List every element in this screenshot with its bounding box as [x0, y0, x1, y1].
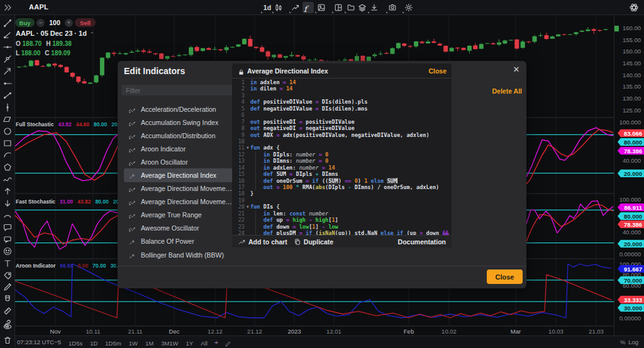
- quantity-decrease-button[interactable]: −: [36, 19, 45, 27]
- range-button-3m1w[interactable]: 3M1W: [161, 340, 178, 347]
- close-x-icon[interactable]: ✕: [512, 65, 521, 74]
- pane-title[interactable]: Full Stochastic: [16, 121, 53, 128]
- arrow-down-icon[interactable]: [3, 198, 13, 209]
- indicator-item[interactable]: Accumulation/Distribution: [124, 129, 233, 142]
- range-button-1w[interactable]: 1W: [129, 340, 138, 347]
- trading-platform: AAPL 1d f Buy − 100 + Sell AAPL · 05 Dec…: [0, 0, 644, 348]
- download-icon[interactable]: [369, 2, 380, 13]
- magnet-icon[interactable]: [3, 294, 13, 304]
- indicator-item[interactable]: Awesome Oscillator: [124, 222, 233, 235]
- polygon-icon[interactable]: [3, 162, 13, 172]
- camera-icon[interactable]: [387, 2, 398, 13]
- curve-icon[interactable]: [3, 174, 13, 184]
- layers-icon[interactable]: [357, 2, 368, 13]
- trend-line-icon[interactable]: [3, 18, 13, 28]
- code-line: 8out negativeDI = negativeDIValue: [232, 125, 452, 131]
- pane-title[interactable]: Fast Stochastic: [16, 198, 55, 205]
- code-editor[interactable]: 1in adxlen = 142in dilen = 1434def posit…: [232, 79, 452, 235]
- range-button-1y[interactable]: 1Y: [186, 340, 194, 347]
- folder-icon[interactable]: [345, 2, 357, 13]
- brush-icon[interactable]: [3, 282, 13, 292]
- info-line-icon[interactable]: [3, 90, 13, 101]
- indicator-item[interactable]: Balance Of Power: [124, 235, 233, 248]
- code-line: 16 def oneOrSum = if ((SUM) == 0) 1 else…: [232, 178, 452, 184]
- low-value: 188.00: [21, 50, 41, 57]
- emoji-icon[interactable]: [3, 246, 13, 256]
- filter-input[interactable]: [121, 85, 233, 95]
- text-icon[interactable]: [3, 258, 13, 268]
- snapshot-image-icon[interactable]: [316, 2, 327, 13]
- gear-icon[interactable]: [403, 2, 414, 13]
- range-button-1d5m[interactable]: 1D5m: [105, 340, 121, 347]
- layout-split-icon[interactable]: [333, 2, 344, 13]
- delete-all-button[interactable]: Delete All: [492, 87, 522, 95]
- documentation-link[interactable]: Documentation: [398, 238, 446, 246]
- arrow-up-icon[interactable]: [3, 186, 13, 196]
- rectangle-icon[interactable]: [3, 138, 13, 148]
- add-range-button[interactable]: +: [214, 339, 218, 346]
- add-to-chart-button[interactable]: Add to chart: [248, 238, 287, 246]
- compare-icon[interactable]: [290, 2, 301, 13]
- indicator-list: Acceleration/DecelerationAccumulation Sw…: [124, 102, 233, 261]
- indicators-fx-icon[interactable]: f: [303, 2, 314, 13]
- script-close-button[interactable]: Close: [428, 67, 447, 75]
- arrow-icon[interactable]: [3, 66, 13, 76]
- top-toolbar: AAPL 1d f: [0, 0, 644, 15]
- code-line: 19: [232, 197, 452, 204]
- script-editor-panel: Average Directional Index Close 1in adxl…: [232, 63, 452, 247]
- pencil-icon[interactable]: [225, 339, 231, 345]
- open-label: O: [16, 40, 21, 47]
- candles-style-icon[interactable]: [273, 2, 284, 13]
- indicator-item[interactable]: Average Directional Moveme…: [124, 182, 233, 195]
- dialog-footer-divider: [118, 266, 526, 266]
- arc-icon[interactable]: [3, 150, 13, 160]
- eye-icon[interactable]: [3, 322, 13, 332]
- horizontal-line-icon[interactable]: [3, 42, 13, 52]
- range-button-all[interactable]: All: [201, 340, 208, 347]
- cross-line-icon[interactable]: [3, 54, 13, 64]
- trash-icon[interactable]: [3, 335, 13, 345]
- price-label-icon[interactable]: [3, 270, 13, 280]
- trend-angle-icon[interactable]: [3, 30, 13, 40]
- symbol-button[interactable]: AAPL: [29, 3, 48, 11]
- indicator-label: Aroon Oscillator: [141, 158, 188, 166]
- indicator-item[interactable]: Acceleration/Deceleration: [124, 102, 233, 116]
- horizontal-ray-icon[interactable]: [3, 79, 13, 89]
- buy-button[interactable]: Buy: [15, 18, 35, 27]
- indicator-item[interactable]: Average Directional Index: [124, 168, 233, 182]
- duplicate-button[interactable]: Duplicate: [304, 238, 333, 246]
- comment-icon[interactable]: [3, 222, 13, 232]
- chevron-up-icon[interactable]: ⌃: [90, 31, 94, 37]
- circle-icon[interactable]: [3, 126, 13, 136]
- indicator-item[interactable]: Bollinger Band Width (BBW): [124, 248, 233, 261]
- measure-icon[interactable]: [3, 306, 13, 316]
- vertical-line-icon[interactable]: [3, 102, 13, 112]
- quantity-increase-button[interactable]: +: [65, 19, 73, 27]
- knot-logo-icon[interactable]: [629, 3, 639, 13]
- chevrons-right-icon[interactable]: [3, 3, 13, 13]
- callout-icon[interactable]: [3, 234, 13, 244]
- range-button-1m[interactable]: 1M: [145, 340, 153, 347]
- indicator-item[interactable]: Aroon Oscillator: [124, 155, 233, 168]
- script-indicator-icon: [128, 251, 136, 259]
- interval-button[interactable]: 1d: [262, 2, 273, 13]
- log-scale-button[interactable]: Log: [628, 339, 638, 345]
- legend-symbol-title[interactable]: AAPL · 05 Dec 23 · 1d: [16, 30, 87, 37]
- range-button-1d[interactable]: 1D: [90, 340, 97, 347]
- code-line: 9out ADX = adx(positiveDIValue, negative…: [232, 132, 452, 138]
- quantity-value[interactable]: 100: [47, 19, 63, 26]
- time-scale[interactable]: Nov10.1121.11Dec12.1221.12202312.01Feb10…: [15, 326, 614, 335]
- range-button-1d5s[interactable]: 1D5s: [69, 340, 82, 347]
- price-scale[interactable]: 160.00155.00150.00145.00140.00135.00130.…: [614, 15, 644, 335]
- parallelogram-icon[interactable]: [3, 114, 13, 124]
- indicator-item[interactable]: Accumulation Swing Index: [124, 116, 233, 129]
- indicator-item[interactable]: Average True Range: [124, 209, 233, 222]
- percent-scale-button[interactable]: %: [620, 339, 625, 345]
- dialog-close-button[interactable]: Close: [487, 269, 523, 284]
- sell-button[interactable]: Sell: [75, 18, 96, 27]
- clock-label[interactable]: 07:23:12 UTC−5: [17, 339, 61, 345]
- pane-title[interactable]: Aroon Indicator: [16, 263, 55, 269]
- indicator-item[interactable]: Aroon Indicator: [124, 142, 233, 155]
- indicator-item[interactable]: Average Directional Moveme…: [124, 195, 233, 209]
- arc-down-icon[interactable]: [3, 210, 13, 220]
